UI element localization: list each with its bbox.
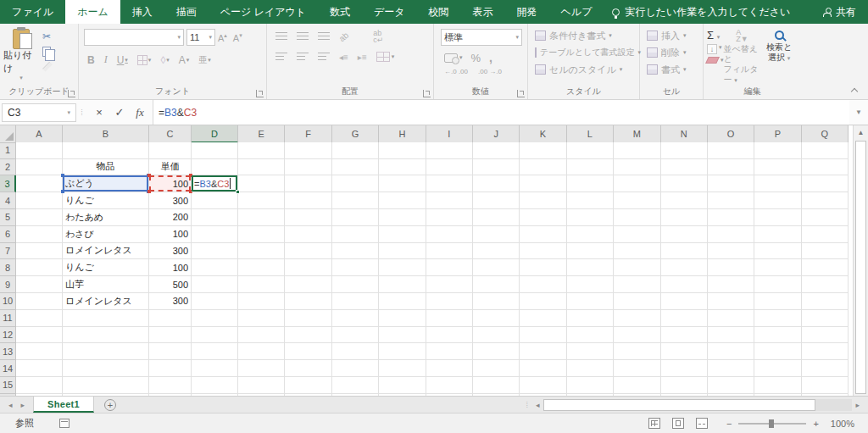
cell-A3[interactable] <box>16 175 63 192</box>
column-header-C[interactable]: C <box>149 125 192 143</box>
cell-B11[interactable] <box>63 310 149 327</box>
cell-B16[interactable] <box>63 394 149 396</box>
cell-L2[interactable] <box>567 159 614 176</box>
sheet-nav-left-icon[interactable]: ◂ <box>8 401 13 409</box>
cell-N3[interactable] <box>661 175 708 192</box>
cell-L3[interactable] <box>567 175 614 192</box>
cell-N1[interactable] <box>661 142 708 159</box>
cell-E9[interactable] <box>238 276 285 293</box>
cell-F13[interactable] <box>285 343 331 360</box>
column-header-K[interactable]: K <box>520 125 566 143</box>
column-header-H[interactable]: H <box>379 125 426 143</box>
borders-button[interactable]: ▾ <box>134 54 155 66</box>
zoom-out-icon[interactable]: − <box>726 419 732 429</box>
dialog-launcher-icon[interactable] <box>256 90 264 97</box>
cell-N9[interactable] <box>661 276 708 293</box>
zoom-in-icon[interactable]: + <box>813 419 818 429</box>
cell-J14[interactable] <box>473 360 520 377</box>
cell-D7[interactable] <box>192 243 238 260</box>
row-header-1[interactable]: 1 <box>0 142 16 159</box>
cell-L9[interactable] <box>567 276 614 293</box>
cell-I3[interactable] <box>426 175 473 192</box>
cell-M2[interactable] <box>614 159 660 176</box>
column-header-A[interactable]: A <box>16 125 63 143</box>
align-center-icon[interactable] <box>297 53 309 61</box>
range-handle[interactable] <box>147 190 151 193</box>
column-header-M[interactable]: M <box>614 125 660 143</box>
autosum-button[interactable]: Σ ▾ <box>707 29 724 42</box>
cell-J5[interactable] <box>473 209 520 226</box>
copy-button[interactable]: ▾ <box>42 45 56 58</box>
percent-button[interactable]: % <box>471 52 481 64</box>
cell-C11[interactable] <box>149 310 192 327</box>
row-header-5[interactable]: 5 <box>0 209 16 226</box>
cell-K11[interactable] <box>520 310 566 327</box>
cell-E13[interactable] <box>238 343 285 360</box>
insert-function-button[interactable]: fx <box>131 106 149 119</box>
cell-E2[interactable] <box>238 159 285 176</box>
cell-C14[interactable] <box>149 360 192 377</box>
column-header-N[interactable]: N <box>661 125 708 143</box>
number-format-combo[interactable]: 標準▾ <box>441 29 522 46</box>
cell-C2[interactable]: 単価 <box>149 159 192 176</box>
cell-Q4[interactable] <box>802 192 849 209</box>
cell-Q11[interactable] <box>802 310 849 327</box>
cell-B15[interactable] <box>63 377 149 394</box>
increase-indent-icon[interactable]: ▸≡ <box>358 53 367 62</box>
cell-O7[interactable] <box>708 243 754 260</box>
column-header-D[interactable]: D <box>192 125 238 143</box>
cell-O12[interactable] <box>708 327 754 344</box>
name-box[interactable]: C3▾ <box>2 103 76 122</box>
cell-G10[interactable] <box>332 293 379 310</box>
cell-K13[interactable] <box>520 343 566 360</box>
cell-M5[interactable] <box>614 209 660 226</box>
range-handle[interactable] <box>61 174 64 177</box>
cell-F5[interactable] <box>285 209 331 226</box>
row-header-3[interactable]: 3 <box>0 175 16 192</box>
cell-H16[interactable] <box>379 394 426 396</box>
new-sheet-icon[interactable]: + <box>104 399 116 411</box>
cell-L5[interactable] <box>567 209 614 226</box>
cell-E12[interactable] <box>238 327 285 344</box>
cell-H4[interactable] <box>379 192 426 209</box>
decrease-indent-icon[interactable]: ◂≡ <box>339 53 348 62</box>
cell-G8[interactable] <box>332 259 379 276</box>
cell-N8[interactable] <box>661 259 708 276</box>
cell-P11[interactable] <box>754 310 801 327</box>
comma-button[interactable]: , <box>489 51 492 64</box>
cell-G14[interactable] <box>332 360 379 377</box>
cell-P7[interactable] <box>754 243 801 260</box>
cell-K3[interactable] <box>520 175 566 192</box>
cell-K5[interactable] <box>520 209 566 226</box>
cell-F8[interactable] <box>285 259 331 276</box>
cell-K7[interactable] <box>520 243 566 260</box>
cell-G6[interactable] <box>332 226 379 243</box>
cell-E6[interactable] <box>238 226 285 243</box>
cell-H6[interactable] <box>379 226 426 243</box>
cell-E16[interactable] <box>238 394 285 396</box>
cell-F6[interactable] <box>285 226 331 243</box>
column-header-E[interactable]: E <box>238 125 285 143</box>
cell-B8[interactable]: りんご <box>63 259 149 276</box>
cell-L14[interactable] <box>567 360 614 377</box>
row-header-2[interactable]: 2 <box>0 159 16 176</box>
cell-O8[interactable] <box>708 259 754 276</box>
cell-H12[interactable] <box>379 327 426 344</box>
increase-font-icon[interactable]: A▴ <box>218 32 231 43</box>
cell-D15[interactable] <box>192 377 238 394</box>
fill-button[interactable]: ↓▾ <box>707 44 724 54</box>
cell-A2[interactable] <box>16 159 63 176</box>
cell-J8[interactable] <box>473 259 520 276</box>
cell-I1[interactable] <box>426 142 473 159</box>
cell-C16[interactable] <box>149 394 192 396</box>
cell-E7[interactable] <box>238 243 285 260</box>
cell-Q2[interactable] <box>802 159 849 176</box>
cell-P1[interactable] <box>754 142 801 159</box>
expand-formula-bar-icon[interactable]: ▼ <box>849 108 868 116</box>
cell-G13[interactable] <box>332 343 379 360</box>
cell-E14[interactable] <box>238 360 285 377</box>
row-header-13[interactable]: 13 <box>0 343 16 360</box>
row-header-11[interactable]: 11 <box>0 310 16 327</box>
cell-K2[interactable] <box>520 159 566 176</box>
cell-O15[interactable] <box>708 377 754 394</box>
